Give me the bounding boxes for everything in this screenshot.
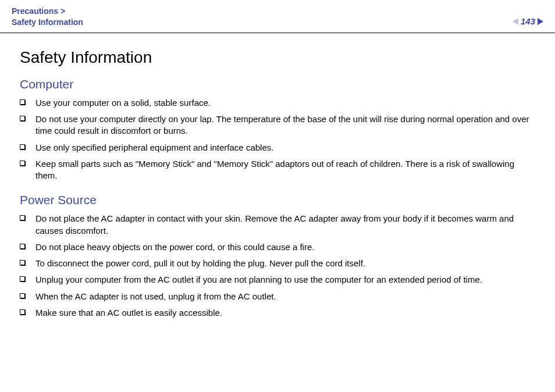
bullet-list: Do not place the AC adapter in contact w…	[20, 213, 535, 319]
next-page-icon[interactable]	[538, 18, 543, 25]
bullet-icon	[20, 144, 25, 149]
breadcrumb-line1: Precautions >	[12, 6, 83, 17]
list-item: Do not place heavy objects on the power …	[20, 241, 535, 253]
breadcrumb-line2: Safety Information	[12, 17, 83, 28]
bullet-icon	[20, 276, 25, 281]
bullet-text: When the AC adapter is not used, unplug …	[35, 291, 535, 302]
list-item: Make sure that an AC outlet is easily ac…	[20, 307, 535, 319]
list-item: Unplug your computer from the AC outlet …	[20, 274, 535, 286]
bullet-list: Use your computer on a solid, stable sur…	[20, 97, 535, 182]
prev-page-icon[interactable]	[513, 18, 518, 25]
bullet-text: To disconnect the power cord, pull it ou…	[35, 258, 535, 269]
section-heading: Power Source	[20, 193, 535, 207]
bullet-icon	[20, 293, 25, 298]
bullet-text: Unplug your computer from the AC outlet …	[35, 274, 535, 286]
bullet-icon	[20, 116, 25, 121]
page-number: 143	[521, 16, 535, 26]
bullet-icon	[20, 99, 25, 105]
page-content: Safety Information Computer Use your com…	[0, 33, 555, 319]
list-item: Keep small parts such as "Memory Stick" …	[20, 158, 535, 182]
bullet-text: Use your computer on a solid, stable sur…	[35, 97, 535, 109]
bullet-icon	[20, 260, 25, 265]
bullet-text: Use only specified peripheral equipment …	[35, 142, 535, 154]
bullet-icon	[20, 215, 25, 220]
bullet-icon	[20, 309, 25, 315]
page-nav: 143	[513, 6, 543, 26]
list-item: Do not use your computer directly on you…	[20, 113, 535, 137]
list-item: Use only specified peripheral equipment …	[20, 142, 535, 154]
bullet-text: Make sure that an AC outlet is easily ac…	[35, 307, 535, 319]
bullet-icon	[20, 244, 25, 249]
bullet-text: Do not place heavy objects on the power …	[35, 241, 535, 253]
page-title: Safety Information	[20, 48, 535, 67]
bullet-icon	[20, 161, 25, 166]
breadcrumb: Precautions > Safety Information	[12, 6, 83, 28]
page-header: Precautions > Safety Information 143	[0, 0, 555, 33]
list-item: Use your computer on a solid, stable sur…	[20, 97, 535, 109]
bullet-text: Keep small parts such as "Memory Stick" …	[35, 158, 535, 182]
list-item: Do not place the AC adapter in contact w…	[20, 213, 535, 237]
list-item: To disconnect the power cord, pull it ou…	[20, 258, 535, 269]
bullet-text: Do not use your computer directly on you…	[35, 113, 535, 137]
bullet-text: Do not place the AC adapter in contact w…	[35, 213, 535, 237]
section-heading: Computer	[20, 77, 535, 91]
list-item: When the AC adapter is not used, unplug …	[20, 291, 535, 302]
